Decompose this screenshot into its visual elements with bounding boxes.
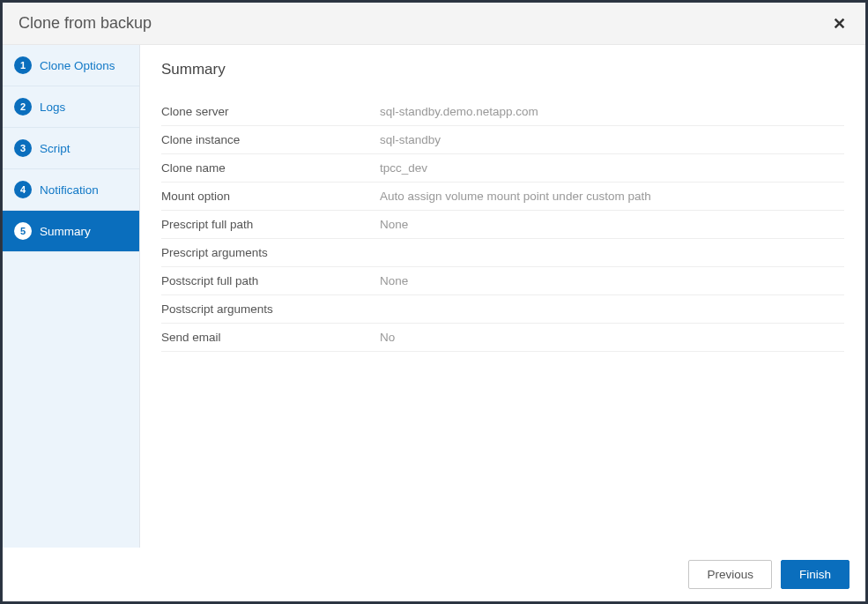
- summary-row-prescript-args: Prescript arguments: [161, 239, 844, 267]
- summary-label: Clone instance: [161, 133, 380, 146]
- summary-row-clone-name: Clone name tpcc_dev: [161, 154, 844, 183]
- summary-label: Prescript full path: [161, 218, 380, 231]
- summary-label: Postscript full path: [161, 274, 380, 287]
- sidebar-item-clone-options[interactable]: 1 Clone Options: [3, 45, 139, 86]
- sidebar-item-notification[interactable]: 4 Notification: [3, 169, 139, 211]
- finish-button[interactable]: Finish: [781, 560, 849, 589]
- summary-value: No: [380, 331, 395, 344]
- clone-backup-modal: Clone from backup ✕ 1 Clone Options 2 Lo…: [2, 2, 866, 602]
- modal-body: 1 Clone Options 2 Logs 3 Script 4 Notifi…: [3, 45, 865, 548]
- sidebar-item-label: Notification: [40, 183, 99, 197]
- sidebar-item-label: Script: [40, 142, 70, 155]
- summary-value: None: [380, 274, 408, 287]
- summary-value: tpcc_dev: [380, 161, 427, 175]
- close-icon[interactable]: ✕: [829, 16, 849, 32]
- sidebar-item-script[interactable]: 3 Script: [3, 128, 139, 169]
- step-badge: 5: [14, 222, 32, 240]
- modal-title: Clone from backup: [19, 14, 152, 33]
- summary-value: Auto assign volume mount point under cus…: [380, 190, 651, 203]
- summary-row-send-email: Send email No: [161, 324, 844, 352]
- summary-label: Clone name: [161, 161, 380, 175]
- summary-label: Mount option: [161, 190, 380, 203]
- sidebar-item-summary[interactable]: 5 Summary: [3, 211, 139, 252]
- summary-row-mount-option: Mount option Auto assign volume mount po…: [161, 183, 844, 211]
- step-badge: 2: [14, 98, 32, 116]
- sidebar-item-logs[interactable]: 2 Logs: [3, 86, 139, 128]
- summary-label: Send email: [161, 331, 380, 344]
- content-title: Summary: [161, 61, 844, 78]
- summary-row-postscript-path: Postscript full path None: [161, 267, 844, 295]
- previous-button[interactable]: Previous: [688, 560, 772, 589]
- content-panel: Summary Clone server sql-standby.demo.ne…: [140, 45, 865, 548]
- summary-value: sql-standby.demo.netapp.com: [380, 105, 538, 118]
- summary-label: Clone server: [161, 105, 380, 118]
- sidebar-item-label: Logs: [40, 101, 65, 114]
- summary-row-prescript-path: Prescript full path None: [161, 211, 844, 239]
- sidebar-item-label: Clone Options: [40, 59, 115, 72]
- modal-footer: Previous Finish: [3, 548, 865, 601]
- summary-row-clone-server: Clone server sql-standby.demo.netapp.com: [161, 98, 844, 126]
- summary-label: Prescript arguments: [161, 246, 380, 259]
- summary-row-clone-instance: Clone instance sql-standby: [161, 126, 844, 154]
- step-badge: 4: [14, 181, 32, 198]
- step-badge: 3: [14, 139, 32, 157]
- modal-header: Clone from backup ✕: [3, 3, 865, 45]
- summary-label: Postscript arguments: [161, 302, 380, 316]
- summary-row-postscript-args: Postscript arguments: [161, 295, 844, 324]
- summary-value: sql-standby: [380, 133, 441, 146]
- wizard-sidebar: 1 Clone Options 2 Logs 3 Script 4 Notifi…: [3, 45, 140, 548]
- summary-value: None: [380, 218, 408, 231]
- sidebar-item-label: Summary: [40, 225, 91, 238]
- step-badge: 1: [14, 56, 32, 74]
